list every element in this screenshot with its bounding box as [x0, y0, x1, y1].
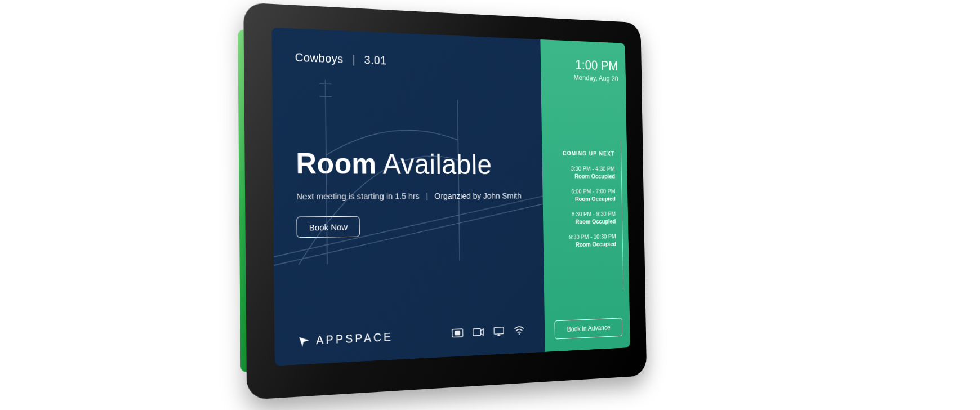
equipment-icons — [452, 325, 525, 341]
slot-time: 9:30 PM - 10:30 PM — [553, 233, 616, 240]
slot-status: Room Occupied — [552, 173, 615, 180]
main-panel: Cowboys | 3.01 Room Available Next meeti… — [271, 28, 545, 366]
schedule-slot: 3:30 PM - 4:30 PM Room Occupied — [552, 165, 615, 179]
room-number: 3.01 — [364, 54, 387, 67]
divider: | — [426, 191, 428, 200]
schedule-slot: 8:30 PM - 9:30 PM Room Occupied — [553, 211, 616, 225]
schedule-slot: 9:30 PM - 10:30 PM Room Occupied — [553, 233, 616, 248]
room-status-title: Room Available — [296, 146, 523, 181]
slot-time: 6:00 PM - 7:00 PM — [553, 188, 616, 195]
svg-rect-3 — [494, 327, 504, 334]
video-camera-icon — [473, 327, 484, 340]
book-in-advance-button[interactable]: Book in Advance — [554, 318, 622, 339]
organizer-label: Organzied by John Smith — [434, 191, 521, 200]
monitor-icon — [493, 326, 505, 339]
divider: | — [352, 53, 355, 66]
current-time: 1:00 PM — [550, 56, 618, 74]
svg-rect-2 — [473, 328, 481, 336]
timeline-rule — [621, 140, 623, 289]
coming-up-next-header: COMING UP NEXT — [552, 150, 620, 157]
slot-time: 3:30 PM - 4:30 PM — [552, 165, 615, 172]
svg-rect-1 — [455, 331, 460, 335]
upcoming-schedule-list: 3:30 PM - 4:30 PM Room Occupied 6:00 PM … — [552, 165, 621, 248]
slot-status: Room Occupied — [553, 195, 616, 202]
slot-status: Room Occupied — [553, 240, 616, 248]
svg-point-4 — [519, 333, 520, 335]
schedule-panel: 1:00 PM Monday, Aug 20 COMING UP NEXT 3:… — [540, 39, 630, 352]
brand-name: APPSPACE — [316, 331, 393, 347]
schedule-slot: 6:00 PM - 7:00 PM Room Occupied — [553, 188, 616, 202]
next-meeting-time: Next meeting is starting in 1.5 hrs — [296, 191, 420, 201]
svg-rect-0 — [452, 328, 463, 337]
tablet-device: Cowboys | 3.01 Room Available Next meeti… — [243, 2, 647, 400]
slot-status: Room Occupied — [553, 218, 616, 225]
cast-icon — [452, 328, 464, 341]
current-date: Monday, Aug 20 — [551, 73, 618, 83]
appspace-logo-icon — [297, 334, 310, 347]
wifi-icon — [514, 325, 525, 338]
slot-time: 8:30 PM - 9:30 PM — [553, 211, 616, 218]
